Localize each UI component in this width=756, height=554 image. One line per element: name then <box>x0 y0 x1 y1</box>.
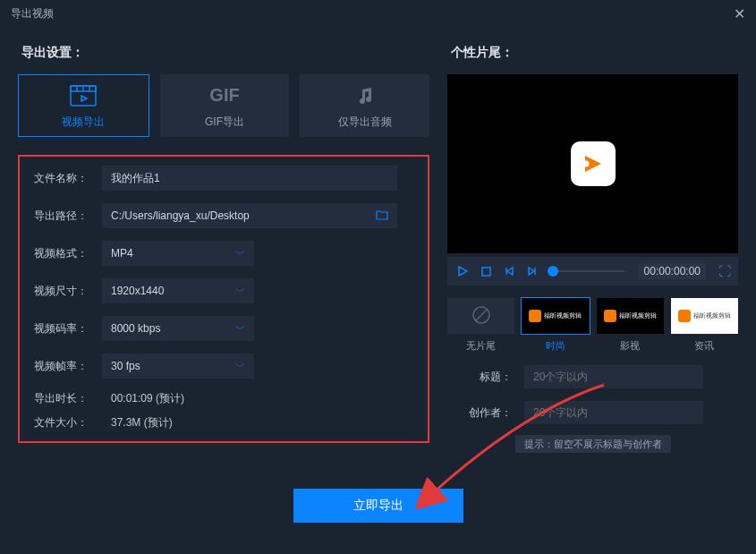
timecode: 00:00:00:00 <box>639 263 706 279</box>
duration-value: 00:01:09 (预计) <box>102 391 184 406</box>
chevron-down-icon: ﹀ <box>235 247 245 260</box>
tab-label: 仅导出音频 <box>338 115 392 130</box>
tail-section-title: 个性片尾： <box>451 45 738 61</box>
tail-label: 无片尾 <box>466 339 496 353</box>
brand-logo-icon <box>571 141 616 186</box>
none-icon <box>471 305 491 328</box>
tab-video-export[interactable]: 视频导出 <box>18 74 149 137</box>
tab-gif-export[interactable]: GIF GIF导出 <box>160 74 290 137</box>
filesize-label: 文件大小： <box>34 415 102 430</box>
path-input[interactable]: C:/Users/liangya_xu/Desktop <box>102 203 397 228</box>
tab-label: GIF导出 <box>205 115 244 130</box>
filesize-value: 37.3M (预计) <box>102 415 173 430</box>
prev-icon[interactable] <box>501 263 517 279</box>
tab-label: 视频导出 <box>62 115 105 130</box>
window-title: 导出视频 <box>11 6 54 21</box>
fps-select[interactable]: 30 fps﹀ <box>102 354 254 379</box>
tail-label: 时尚 <box>546 339 565 353</box>
path-label: 导出路径： <box>34 209 102 224</box>
seek-slider[interactable] <box>548 270 624 272</box>
hint-text: 提示：留空不展示标题与创作者 <box>515 435 671 453</box>
tail-option-fashion[interactable]: 福昕视频剪辑 时尚 <box>522 298 589 353</box>
folder-icon[interactable] <box>376 209 388 223</box>
export-button[interactable]: 立即导出 <box>293 489 463 523</box>
chevron-down-icon: ﹀ <box>235 322 245 336</box>
duration-label: 导出时长： <box>34 391 102 406</box>
music-icon <box>355 82 375 109</box>
title-label: 标题： <box>447 370 512 385</box>
bitrate-select[interactable]: 8000 kbps﹀ <box>102 316 254 341</box>
tail-label: 资讯 <box>694 339 714 353</box>
bitrate-label: 视频码率： <box>34 321 102 337</box>
tail-option-movie[interactable]: 福昕视频剪辑 影视 <box>597 298 664 353</box>
play-icon[interactable] <box>454 263 471 279</box>
tail-label: 影视 <box>620 339 640 353</box>
svg-point-5 <box>582 161 589 167</box>
preview-player <box>447 74 738 253</box>
title-input[interactable] <box>524 365 703 388</box>
fullscreen-icon[interactable]: ⛶ <box>718 264 731 278</box>
format-label: 视频格式： <box>34 246 102 261</box>
next-icon[interactable] <box>524 263 540 279</box>
chevron-down-icon: ﹀ <box>235 285 245 298</box>
export-settings-title: 导出设置： <box>21 45 429 61</box>
format-select[interactable]: MP4﹀ <box>102 241 254 266</box>
tab-audio-export[interactable]: 仅导出音频 <box>300 74 429 137</box>
size-select[interactable]: 1920x1440﹀ <box>102 278 254 303</box>
export-form-highlight: 文件名称： 导出路径： C:/Users/liangya_xu/Desktop … <box>18 155 429 443</box>
gif-icon: GIF <box>209 82 239 109</box>
author-input[interactable] <box>524 401 703 424</box>
svg-line-8 <box>476 310 487 320</box>
svg-rect-6 <box>482 268 490 276</box>
video-icon <box>70 82 97 109</box>
tail-option-news[interactable]: 福昕视频剪辑 资讯 <box>671 298 738 353</box>
close-icon[interactable]: ✕ <box>734 5 745 22</box>
filename-input[interactable] <box>102 166 397 191</box>
stop-icon[interactable] <box>478 263 494 279</box>
chevron-down-icon: ﹀ <box>235 360 245 373</box>
seek-knob[interactable] <box>548 266 558 277</box>
fps-label: 视频帧率： <box>34 359 102 374</box>
filename-label: 文件名称： <box>34 171 102 186</box>
author-label: 创作者： <box>447 405 512 421</box>
size-label: 视频尺寸： <box>34 284 102 299</box>
tail-option-none[interactable]: 无片尾 <box>447 298 514 353</box>
